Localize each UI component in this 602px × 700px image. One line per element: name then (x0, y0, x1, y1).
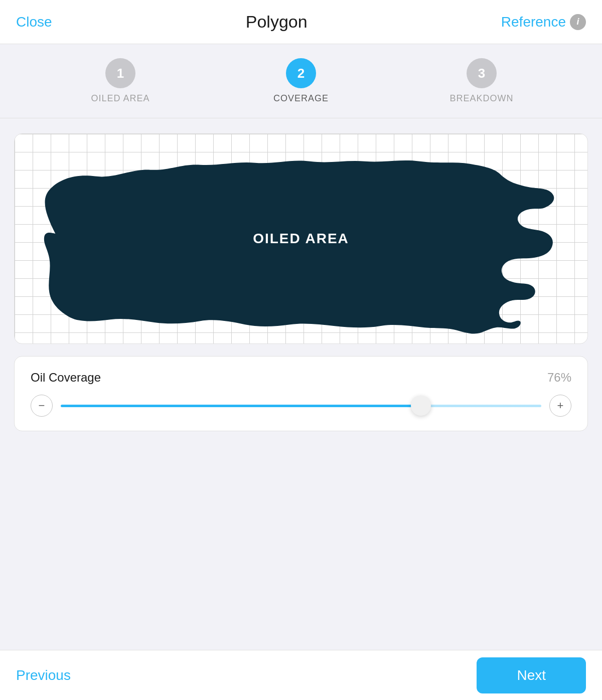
slider-row: − + (31, 395, 571, 417)
steps-bar: 1 OILED AREA 2 COVERAGE 3 BREAKDOWN (0, 44, 602, 118)
coverage-value: 76% (547, 371, 571, 385)
decrease-button[interactable]: − (31, 395, 53, 417)
step-3-label: BREAKDOWN (449, 93, 513, 104)
step-2-label: COVERAGE (273, 93, 329, 104)
reference-button[interactable]: Reference i (501, 14, 586, 30)
coverage-title: Oil Coverage (31, 371, 101, 385)
header: Close Polygon Reference i (0, 0, 602, 44)
oil-spill-visualization: OILED AREA (14, 133, 588, 344)
step-breakdown[interactable]: 3 BREAKDOWN (391, 58, 572, 104)
coverage-panel: Oil Coverage 76% − + (14, 356, 588, 431)
footer: Previous Next (0, 650, 602, 700)
next-button[interactable]: Next (477, 657, 586, 693)
reference-label: Reference (501, 14, 566, 30)
step-1-circle: 1 (105, 58, 135, 88)
info-icon[interactable]: i (570, 14, 586, 30)
oil-spill-svg (15, 134, 587, 343)
coverage-slider[interactable] (61, 405, 541, 407)
step-coverage[interactable]: 2 COVERAGE (211, 58, 391, 104)
slider-wrapper (61, 395, 541, 417)
main-content: OILED AREA Oil Coverage 76% − + (0, 118, 602, 650)
increase-button[interactable]: + (549, 395, 571, 417)
step-1-label: OILED AREA (91, 93, 149, 104)
close-button[interactable]: Close (16, 14, 52, 30)
step-3-circle: 3 (467, 58, 497, 88)
previous-button[interactable]: Previous (16, 667, 71, 683)
step-oiled-area[interactable]: 1 OILED AREA (30, 58, 211, 104)
page-title: Polygon (246, 12, 308, 32)
coverage-header: Oil Coverage 76% (31, 371, 571, 385)
step-2-circle: 2 (286, 58, 316, 88)
